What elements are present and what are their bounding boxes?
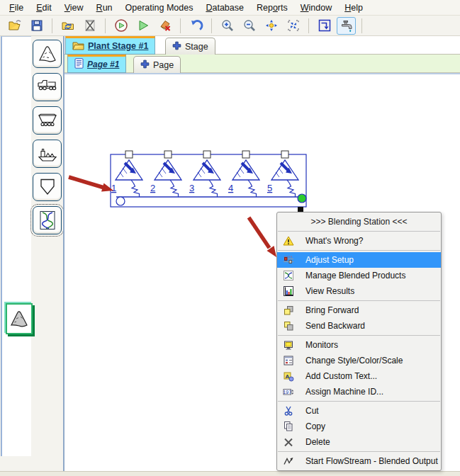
- toolbar-separator: [105, 18, 106, 33]
- context-menu-item-what-s-wrong[interactable]: What's Wrong?: [277, 233, 441, 249]
- context-menu-label: View Results: [305, 286, 354, 296]
- toolbar-separator: [361, 18, 362, 33]
- context-menu-item-manage-blended-products[interactable]: Manage Blended Products: [277, 268, 441, 283]
- import-folder-button[interactable]: [58, 17, 77, 35]
- save-button[interactable]: [27, 17, 46, 35]
- clear-run-icon: [158, 18, 172, 33]
- menu-edit[interactable]: Edit: [30, 1, 58, 15]
- context-menu-item-adjust-setup[interactable]: Adjust Setup: [277, 252, 441, 268]
- play-circle-icon: [114, 18, 128, 33]
- undo-button[interactable]: [186, 17, 206, 35]
- context-menu-item-send-backward[interactable]: Send Backward: [277, 318, 441, 334]
- save-icon: [30, 18, 44, 33]
- bar-chart-icon: [282, 285, 295, 297]
- menu-operating-modes[interactable]: Operating Modes: [119, 1, 200, 15]
- left-panel: [0, 36, 64, 471]
- ship-icon: [37, 143, 58, 164]
- context-menu-label: Copy: [305, 421, 325, 431]
- add-stage-tab[interactable]: Stage: [165, 38, 215, 55]
- zoom-out-button[interactable]: [240, 17, 259, 35]
- stockpile-gray-icon: [9, 308, 30, 329]
- fit-view-button[interactable]: [284, 17, 303, 35]
- page-icon: [74, 58, 84, 71]
- zoom-in-icon: [220, 18, 235, 33]
- menu-view[interactable]: View: [58, 1, 90, 15]
- blending-station-diagram[interactable]: 12345: [109, 149, 308, 216]
- page-tab-label: Page #1: [87, 60, 119, 69]
- palette-tool-truck[interactable]: [33, 73, 62, 101]
- toolbar-separator: [308, 18, 309, 33]
- palette-tool-hopper[interactable]: [33, 173, 62, 201]
- play-icon: [136, 18, 150, 33]
- context-menu-separator: [278, 300, 440, 301]
- toolbar-separator: [52, 18, 52, 33]
- menu-window[interactable]: Window: [294, 1, 338, 15]
- context-menu-label: Bring Forward: [305, 305, 359, 315]
- menu-help[interactable]: Help: [338, 1, 369, 15]
- palette-tool-stockpile[interactable]: [33, 40, 62, 68]
- context-menu-label: Add Custom Text...: [305, 371, 377, 381]
- context-menu-label: What's Wrong?: [305, 236, 363, 246]
- style-dialog-icon: [282, 355, 295, 366]
- flowstream-mode-button[interactable]: [337, 17, 356, 35]
- context-menu-item-delete[interactable]: Delete: [277, 434, 441, 450]
- delete-icon: [282, 436, 295, 448]
- run-button[interactable]: [133, 17, 152, 35]
- tab-plant-stage-1[interactable]: Plant Stage #1: [65, 36, 155, 55]
- horizontal-scrollbar[interactable]: [0, 471, 460, 476]
- adjust-setup-icon: [282, 254, 295, 266]
- discard-wait-button[interactable]: [80, 17, 99, 35]
- menu-file[interactable]: File: [3, 1, 30, 15]
- fit-view-icon: [286, 18, 301, 33]
- add-page-label: Page: [153, 60, 174, 70]
- add-page-tab[interactable]: Page: [133, 56, 181, 73]
- zoom-in-button[interactable]: [218, 17, 237, 35]
- context-menu-item-copy[interactable]: Copy: [277, 419, 441, 434]
- page-tab-row: Page #1 Page: [64, 55, 460, 73]
- menu-run[interactable]: Run: [90, 1, 119, 15]
- palette-tool-railcar[interactable]: [33, 106, 62, 135]
- context-menu-item-view-results[interactable]: View Results: [277, 283, 441, 299]
- palette-tool-ship[interactable]: [33, 140, 62, 168]
- tab-page-1[interactable]: Page #1: [67, 55, 126, 73]
- stage-tab-label: Plant Stage #1: [88, 41, 148, 51]
- toolbar-separator: [180, 18, 181, 33]
- context-menu-separator: [278, 401, 440, 402]
- palette-tool-blending[interactable]: [33, 206, 62, 234]
- context-menu-item-add-custom-text[interactable]: AAdd Custom Text...: [277, 368, 441, 384]
- connector-mode-button[interactable]: [315, 17, 334, 35]
- context-menu-label: Delete: [305, 437, 330, 447]
- context-menu-item-cut[interactable]: Cut: [277, 403, 441, 419]
- context-menu-label: Change Style/Color/Scale: [305, 356, 403, 366]
- zoom-out-icon: [242, 18, 257, 33]
- center-view-icon: [264, 18, 279, 33]
- menu-reports[interactable]: Reports: [250, 1, 294, 15]
- run-stepped-button[interactable]: [111, 17, 130, 35]
- context-menu-item-monitors[interactable]: Monitors: [277, 337, 441, 353]
- railcar-icon: [37, 110, 58, 131]
- copy-icon: [282, 421, 295, 432]
- open-folder-icon: [8, 18, 22, 33]
- open-button[interactable]: [5, 17, 24, 35]
- svg-text:4: 4: [228, 183, 233, 193]
- menu-database[interactable]: Database: [199, 1, 250, 15]
- station-svg: 12345: [109, 149, 308, 216]
- menu-bar: FileEditViewRunOperating ModesDatabaseRe…: [0, 0, 460, 16]
- context-menu-item-change-style-color-scale[interactable]: Change Style/Color/Scale: [277, 353, 441, 368]
- machine-id-icon: 197: [282, 386, 295, 397]
- active-tool-button[interactable]: [6, 303, 33, 334]
- toolbar: [0, 16, 460, 36]
- svg-text:5: 5: [267, 183, 272, 193]
- context-menu-item-assign-machine-id[interactable]: 197Assign Machine ID...: [277, 384, 441, 400]
- context-menu-item-start-flowstream-blended-output[interactable]: Start FlowStream - Blended Output: [277, 453, 441, 469]
- undo-icon: [189, 18, 203, 33]
- clear-run-button[interactable]: [155, 17, 174, 35]
- svg-text:1: 1: [111, 183, 116, 193]
- folder-refresh-icon: [61, 18, 75, 33]
- custom-text-icon: A: [282, 370, 295, 382]
- context-menu-label: Monitors: [305, 340, 338, 350]
- actual-size-button[interactable]: [262, 17, 281, 35]
- hopper-icon: [37, 176, 58, 198]
- context-menu-item-bring-forward[interactable]: Bring Forward: [277, 302, 441, 318]
- blending-icon: [37, 210, 58, 231]
